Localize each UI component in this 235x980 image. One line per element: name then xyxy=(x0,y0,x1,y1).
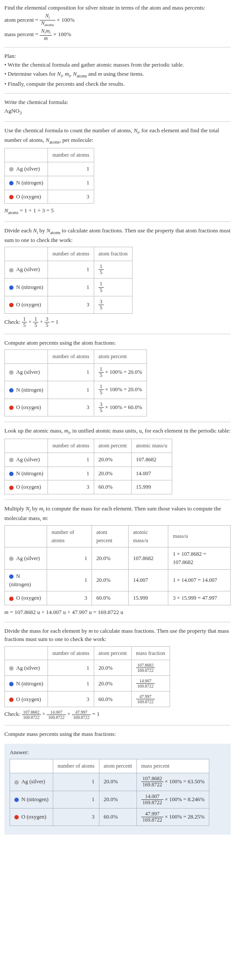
oxygen-swatch-icon xyxy=(14,815,19,819)
times-100: × 100% xyxy=(57,16,75,23)
table-row: Ag (silver)1 xyxy=(5,162,94,176)
oxygen-swatch-icon xyxy=(9,486,14,490)
table-row: N (nitrogen)120.0%14.007169.8722 × 100% … xyxy=(10,791,209,808)
divider xyxy=(4,725,231,725)
table-row: N (nitrogen)115 xyxy=(5,279,133,296)
silver-swatch-icon xyxy=(9,370,14,375)
oxygen-swatch-icon xyxy=(9,195,14,199)
nitrogen-swatch-icon xyxy=(14,798,19,802)
table-row: O (oxygen)335 xyxy=(5,296,133,313)
nitrogen-swatch-icon xyxy=(9,682,14,686)
plan-section: Plan: Write the chemical formula and gat… xyxy=(4,52,231,88)
write-formula-section: Write the chemical formula: AgNO3 xyxy=(4,98,231,116)
oxygen-swatch-icon xyxy=(9,698,14,702)
table-row: Ag (silver)120.0%107.86821 × 107.8682 = … xyxy=(5,547,231,570)
mass-fractions-intro: Divide the mass for each element by m to… xyxy=(4,627,231,644)
silver-swatch-icon xyxy=(9,268,14,272)
count-atoms-section: Use the chemical formula to count the nu… xyxy=(4,126,231,216)
oxygen-swatch-icon xyxy=(9,406,14,410)
atom-percents-section: Compute atom percents using the atom fra… xyxy=(4,339,231,416)
divider xyxy=(4,500,231,500)
atom-percents-intro: Compute atom percents using the atom fra… xyxy=(4,339,231,347)
oxygen-swatch-icon xyxy=(9,303,14,307)
table-row: N (nitrogen)120.0%14.007 xyxy=(5,467,172,480)
silver-swatch-icon xyxy=(9,167,14,171)
intro-section: Find the elemental composition for silve… xyxy=(4,3,231,42)
atomic-mass-section: Look up the atomic mass, mi, in unified … xyxy=(4,426,231,494)
answer-table: number of atomsatom percentmass percent … xyxy=(10,759,209,826)
answer-box: Answer: number of atomsatom percentmass … xyxy=(4,744,231,835)
mass-percent-formula: mass percent = Nimi m × 100% xyxy=(4,28,231,41)
plan-item-2: Determine values for Ni, mi, Natoms and … xyxy=(4,70,231,79)
mass-fractions-table: number of atomsatom percentmass fraction… xyxy=(4,646,170,708)
nitrogen-swatch-icon xyxy=(9,574,14,579)
table-row: O (oxygen)360.0%47.997169.8722 × 100% = … xyxy=(10,808,209,826)
chemical-formula: AgNO3 xyxy=(4,107,231,116)
oxygen-swatch-icon xyxy=(9,597,14,601)
plan-item-1: Write the chemical formula and gather at… xyxy=(4,60,231,69)
table-row: O (oxygen)360.0%15.9993 × 15.999 = 47.99… xyxy=(5,591,231,605)
atomic-mass-intro: Look up the atomic mass, mi, in unified … xyxy=(4,426,231,436)
atom-percent-lhs: atom percent = xyxy=(4,16,38,23)
molecular-mass-sum: m = 107.8682 u + 14.007 u + 47.997 u = 1… xyxy=(4,608,231,617)
atom-percents-table: number of atomsatom percent Ag (silver)1… xyxy=(4,349,147,416)
nitrogen-swatch-icon xyxy=(9,472,14,476)
divider xyxy=(4,93,231,94)
table-row: Ag (silver)120.0%107.8682169.8722 × 100%… xyxy=(10,773,209,791)
divider xyxy=(4,47,231,47)
intro-text: Find the elemental composition for silve… xyxy=(4,3,231,12)
silver-swatch-icon xyxy=(9,557,14,561)
table-row: Ag (silver)115 × 100% = 20.0% xyxy=(5,363,147,381)
count-atoms-table: number of atoms Ag (silver)1 N (nitrogen… xyxy=(4,148,94,204)
count-atoms-intro: Use the chemical formula to count the nu… xyxy=(4,126,231,145)
silver-swatch-icon xyxy=(14,780,19,785)
table-row: O (oxygen)360.0%15.999 xyxy=(5,480,172,494)
table-row: Ag (silver)120.0%107.8682 xyxy=(5,453,172,467)
atom-fractions-intro: Divide each Ni by Natoms to calculate at… xyxy=(4,226,231,245)
silver-swatch-icon xyxy=(9,458,14,462)
col-number-of-atoms: number of atoms xyxy=(48,148,94,162)
mass-calc-table: number of atomsatom percentatomic mass/u… xyxy=(4,525,231,605)
table-row: N (nitrogen)120.0%14.0071 × 14.007 = 14.… xyxy=(5,569,231,591)
mass-percents-intro: Compute mass percents using the mass fra… xyxy=(4,730,231,738)
table-row: N (nitrogen)120.0%14.007169.8722 xyxy=(5,676,170,691)
table-row: O (oxygen)3 xyxy=(5,190,94,204)
plan-heading: Plan: xyxy=(4,52,231,60)
table-row: O (oxygen)360.0%47.997169.8722 xyxy=(5,691,170,707)
atom-fractions-table: number of atomsatom fraction Ag (silver)… xyxy=(4,247,133,314)
atom-fractions-check: Check: 15 + 15 + 35 = 1 xyxy=(4,316,231,328)
mass-fractions-section: Divide the mass for each element by m to… xyxy=(4,627,231,720)
divider xyxy=(4,422,231,422)
n-atoms-sum: Natoms = 1 + 1 + 3 = 5 xyxy=(4,206,231,216)
divider xyxy=(4,622,231,622)
silver-swatch-icon xyxy=(9,666,14,671)
divider xyxy=(4,222,231,222)
mass-calc-section: Multiply Ni by mi to compute the mass fo… xyxy=(4,504,231,616)
atomic-mass-table: number of atomsatom percentatomic mass/u… xyxy=(4,439,172,494)
mass-percent-lhs: mass percent = xyxy=(4,31,38,37)
answer-heading: Answer: xyxy=(10,748,225,757)
plan-item-3: Finally, compute the percents and check … xyxy=(4,80,231,88)
table-row: Ag (silver)120.0%107.8682169.8722 xyxy=(5,660,170,676)
table-row: Ag (silver)115 xyxy=(5,261,133,279)
atom-percent-formula: atom percent = Ni Natoms × 100% xyxy=(4,13,231,28)
table-row: O (oxygen)335 × 100% = 60.0% xyxy=(5,399,147,416)
nitrogen-swatch-icon xyxy=(9,181,14,185)
write-formula-heading: Write the chemical formula: xyxy=(4,98,231,107)
mass-fractions-check: Check: 107.8682169.8722 + 14.007169.8722… xyxy=(4,710,231,720)
table-row: N (nitrogen)115 × 100% = 20.0% xyxy=(5,381,147,399)
divider xyxy=(4,334,231,334)
divider xyxy=(4,121,231,122)
nitrogen-swatch-icon xyxy=(9,388,14,393)
mass-calc-intro: Multiply Ni by mi to compute the mass fo… xyxy=(4,504,231,523)
nitrogen-swatch-icon xyxy=(9,285,14,290)
atom-fractions-section: Divide each Ni by Natoms to calculate at… xyxy=(4,226,231,329)
table-row: N (nitrogen)1 xyxy=(5,176,94,190)
mass-percents-section: Compute mass percents using the mass fra… xyxy=(4,730,231,738)
